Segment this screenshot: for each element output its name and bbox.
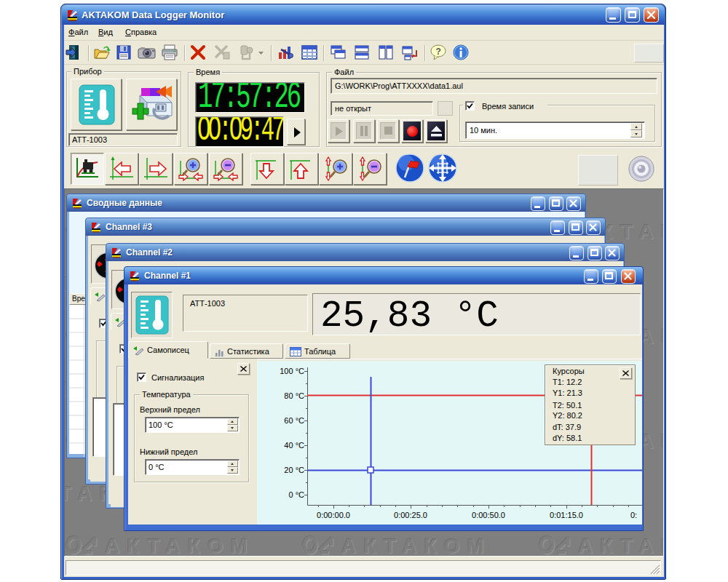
svg-text:0:01:15.0: 0:01:15.0 xyxy=(550,511,583,519)
svg-text:60 °C: 60 °C xyxy=(284,416,304,425)
svg-text:100 °C: 100 °C xyxy=(280,367,304,375)
svg-text:0:00:25.0: 0:00:25.0 xyxy=(394,511,427,519)
svg-text:0 °C: 0 °C xyxy=(288,490,304,499)
svg-text:0:00:50.0: 0:00:50.0 xyxy=(472,511,505,519)
svg-text:20 °C: 20 °C xyxy=(284,466,304,474)
svg-text:0:00:00.0: 0:00:00.0 xyxy=(317,511,350,519)
svg-text:80 °C: 80 °C xyxy=(284,391,304,400)
svg-text:?: ? xyxy=(436,47,441,57)
svg-text:40 °C: 40 °C xyxy=(284,441,304,450)
svg-text:0:: 0: xyxy=(630,511,637,519)
